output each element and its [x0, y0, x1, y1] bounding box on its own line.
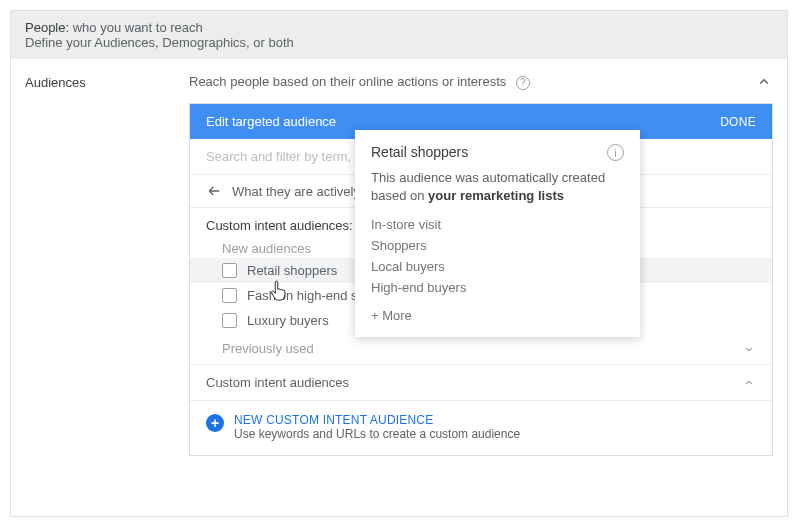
tooltip-item: High-end buyers: [371, 277, 624, 298]
back-arrow-icon[interactable]: [206, 183, 222, 199]
previously-used-row[interactable]: Previously used: [190, 333, 772, 364]
custom-intent-audiences-row[interactable]: Custom intent audiences: [190, 364, 772, 401]
header-people-desc: who you want to reach: [73, 20, 203, 35]
previously-used-label: Previously used: [222, 341, 314, 356]
custom-intent-audiences-label: Custom intent audiences: [206, 375, 349, 390]
tooltip-item: Local buyers: [371, 256, 624, 277]
header-subline: Define your Audiences, Demographics, or …: [25, 35, 773, 50]
new-custom-intent-cta[interactable]: + NEW CUSTOM INTENT AUDIENCE Use keyword…: [190, 401, 772, 455]
audience-option-label: Fashion high-end s: [247, 288, 358, 303]
tooltip-item: In-store visit: [371, 214, 624, 235]
chevron-up-icon[interactable]: [755, 73, 773, 91]
info-icon[interactable]: i: [607, 144, 624, 161]
reach-description: Reach people based on their online actio…: [189, 74, 506, 89]
audience-option-label: Retail shoppers: [247, 263, 337, 278]
tooltip-description: This audience was automatically created …: [371, 169, 624, 204]
new-cta-title: NEW CUSTOM INTENT AUDIENCE: [234, 413, 520, 427]
tooltip-item: Shoppers: [371, 235, 624, 256]
done-button[interactable]: DONE: [720, 115, 756, 129]
chevron-down-icon: [742, 342, 756, 356]
audience-tooltip: Retail shoppers i This audience was auto…: [355, 130, 640, 337]
breadcrumb-label[interactable]: What they are actively r: [232, 184, 368, 199]
checkbox-icon[interactable]: [222, 288, 237, 303]
help-icon[interactable]: ?: [516, 76, 530, 90]
plus-icon: +: [206, 414, 224, 432]
tooltip-list: In-store visit Shoppers Local buyers Hig…: [371, 214, 624, 298]
header-people-label: People:: [25, 20, 69, 35]
audience-option-label: Luxury buyers: [247, 313, 329, 328]
tooltip-more-link[interactable]: + More: [371, 308, 624, 323]
new-cta-sub: Use keywords and URLs to create a custom…: [234, 427, 520, 441]
header-banner: People: who you want to reach Define you…: [11, 11, 787, 59]
tooltip-title: Retail shoppers: [371, 144, 468, 160]
checkbox-icon[interactable]: [222, 263, 237, 278]
checkbox-icon[interactable]: [222, 313, 237, 328]
chevron-up-icon: [742, 376, 756, 390]
panel-title: Edit targeted audience: [206, 114, 336, 129]
audiences-section-label: Audiences: [25, 73, 189, 90]
